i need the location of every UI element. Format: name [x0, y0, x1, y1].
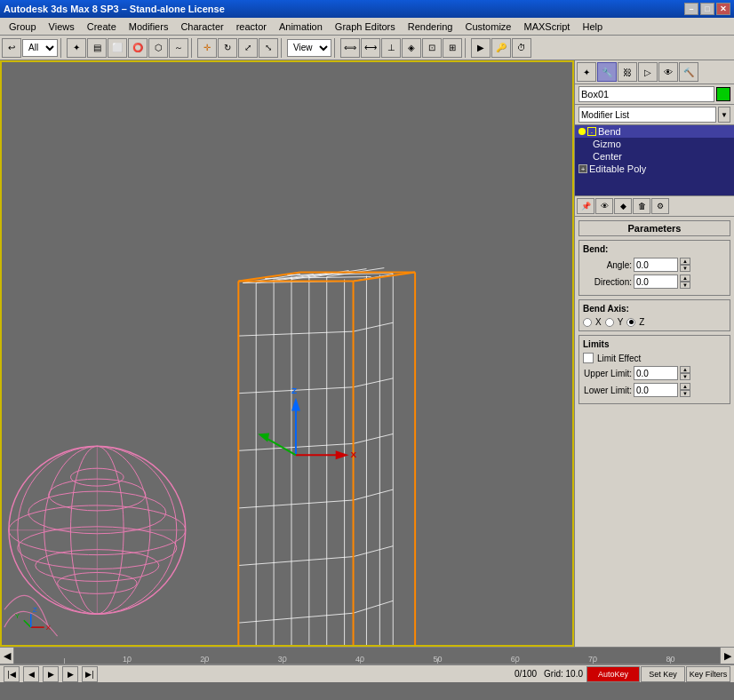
- menu-reactor[interactable]: reactor: [231, 20, 272, 33]
- stack-item-center[interactable]: Center: [575, 150, 734, 163]
- lower-spin-down[interactable]: ▼: [680, 390, 690, 397]
- direction-spin-down[interactable]: ▼: [680, 282, 690, 289]
- angle-spinner: ▲ ▼: [680, 258, 690, 272]
- object-name-input[interactable]: Box01: [578, 86, 714, 102]
- align-tool[interactable]: ⟷: [361, 38, 380, 58]
- maximize-button[interactable]: □: [700, 3, 714, 15]
- axis-z-label: Z: [639, 317, 644, 327]
- direction-input[interactable]: [634, 274, 678, 289]
- modifier-list-dropdown-arrow[interactable]: ▼: [718, 107, 730, 123]
- angle-input[interactable]: [634, 258, 678, 272]
- axis-section: Bend Axis: X Y Z: [578, 299, 730, 331]
- timeline-ruler[interactable]: 10 20 30 40 50 60 70 80: [14, 648, 720, 664]
- upper-limit-spinner: ▲ ▼: [680, 366, 690, 380]
- utilities-panel-icon[interactable]: 🔨: [679, 62, 698, 82]
- menu-graph-editors[interactable]: Graph Editors: [330, 20, 401, 33]
- angle-spin-down[interactable]: ▼: [680, 265, 690, 272]
- modifier-list-row: Modifier List ▼: [575, 105, 734, 125]
- prev-frame-button[interactable]: ◀: [23, 666, 39, 682]
- angle-spin-up[interactable]: ▲: [680, 258, 690, 265]
- select-by-name[interactable]: ▤: [87, 38, 107, 58]
- stack-expand-editable-poly[interactable]: +: [578, 164, 587, 173]
- modify-panel-icon[interactable]: 🔧: [597, 62, 617, 82]
- menu-maxscript[interactable]: MAXScript: [518, 20, 575, 33]
- set-key-button[interactable]: Set Key: [641, 666, 685, 682]
- time-config[interactable]: ⏱: [512, 38, 531, 58]
- axis-z-radio[interactable]: [626, 318, 635, 327]
- go-start-button[interactable]: |◀: [4, 666, 20, 682]
- menu-views[interactable]: Views: [44, 20, 80, 33]
- stack-expand-bend[interactable]: -: [587, 127, 596, 136]
- move-tool[interactable]: ✛: [197, 38, 217, 58]
- axis-x-radio[interactable]: [583, 318, 592, 327]
- scale-uniform[interactable]: ⤡: [259, 38, 278, 58]
- key-mode[interactable]: 🔑: [491, 38, 511, 58]
- circle-select[interactable]: ⭕: [128, 38, 148, 58]
- undo-button[interactable]: ↩: [2, 38, 21, 58]
- freeform-select[interactable]: ～: [169, 38, 188, 58]
- menu-create[interactable]: Create: [82, 20, 122, 33]
- stack-item-bend[interactable]: - Bend: [575, 125, 734, 138]
- lower-spin-up[interactable]: ▲: [680, 383, 690, 390]
- make-unique-button[interactable]: ◆: [614, 198, 632, 214]
- scale-tool[interactable]: ⤢: [238, 38, 258, 58]
- frame-info: 0/100 Grid: 10.0: [515, 669, 583, 679]
- stack-label-center: Center: [593, 151, 622, 162]
- create-panel-icon[interactable]: ✦: [577, 62, 596, 82]
- display-panel-icon[interactable]: 👁: [658, 62, 678, 82]
- align-to-view[interactable]: ⊞: [443, 38, 462, 58]
- menu-help[interactable]: Help: [577, 20, 608, 33]
- stack-item-gizmo[interactable]: Gizmo: [575, 138, 734, 150]
- menu-animation[interactable]: Animation: [274, 20, 328, 33]
- axis-y-radio[interactable]: [605, 318, 614, 327]
- go-end-button[interactable]: ▶|: [82, 666, 98, 682]
- select-tool[interactable]: ✦: [67, 38, 86, 58]
- upper-limit-input[interactable]: [634, 366, 678, 380]
- timeline-prev-button[interactable]: ◀: [0, 648, 14, 664]
- motion-panel-icon[interactable]: ▷: [638, 62, 658, 82]
- play-button[interactable]: ▶: [43, 666, 59, 682]
- remove-modifier-button[interactable]: 🗑: [633, 198, 650, 214]
- stack-item-editable-poly[interactable]: + Editable Poly: [575, 163, 734, 175]
- place-highlight[interactable]: ◈: [402, 38, 421, 58]
- normal-align[interactable]: ⊥: [381, 38, 401, 58]
- tickmark-20: [204, 658, 205, 664]
- stack-label-editable-poly: Editable Poly: [589, 163, 646, 174]
- minimize-button[interactable]: –: [684, 3, 698, 15]
- configure-button[interactable]: ⚙: [651, 198, 669, 214]
- svg-text:X: X: [351, 449, 357, 459]
- lower-limit-input[interactable]: [634, 383, 678, 397]
- rotate-tool[interactable]: ↻: [218, 38, 237, 58]
- timeline-next-button[interactable]: ▶: [720, 648, 734, 664]
- close-button[interactable]: ✕: [716, 3, 730, 15]
- upper-spin-down[interactable]: ▼: [680, 373, 690, 380]
- menu-customize[interactable]: Customize: [460, 20, 517, 33]
- separator-3: [281, 38, 284, 58]
- viewport-svg: Z X X Y Z: [2, 62, 572, 645]
- direction-spin-up[interactable]: ▲: [680, 274, 690, 282]
- auto-key-button[interactable]: AutoKey: [586, 666, 640, 682]
- next-frame-button[interactable]: ▶: [62, 666, 78, 682]
- show-result-button[interactable]: 👁: [595, 198, 613, 214]
- menu-group[interactable]: Group: [4, 20, 42, 33]
- limit-effect-checkbox[interactable]: [583, 353, 594, 363]
- viewport[interactable]: Perspective: [0, 60, 574, 647]
- pin-stack-button[interactable]: 📌: [577, 198, 594, 214]
- play-anim[interactable]: ▶: [471, 38, 491, 58]
- menu-modifiers[interactable]: Modifiers: [124, 20, 174, 33]
- tickmark-0: [64, 658, 65, 664]
- upper-limit-row: Upper Limit: ▲ ▼: [583, 366, 726, 380]
- selection-filter-dropdown[interactable]: All: [22, 39, 58, 57]
- rect-select[interactable]: ⬜: [108, 38, 127, 58]
- align-camera[interactable]: ⊡: [422, 38, 442, 58]
- fence-select[interactable]: ⬡: [148, 38, 168, 58]
- mirror-tool[interactable]: ⟺: [340, 38, 360, 58]
- menu-rendering[interactable]: Rendering: [403, 20, 459, 33]
- direction-row: Direction: ▲ ▼: [583, 274, 726, 289]
- hierarchy-panel-icon[interactable]: ⛓: [618, 62, 637, 82]
- object-color-swatch[interactable]: [716, 87, 730, 101]
- key-filters-button[interactable]: Key Filters: [686, 666, 730, 682]
- menu-character[interactable]: Character: [175, 20, 228, 33]
- viewport-dropdown[interactable]: View: [287, 39, 331, 57]
- upper-spin-up[interactable]: ▲: [680, 366, 690, 373]
